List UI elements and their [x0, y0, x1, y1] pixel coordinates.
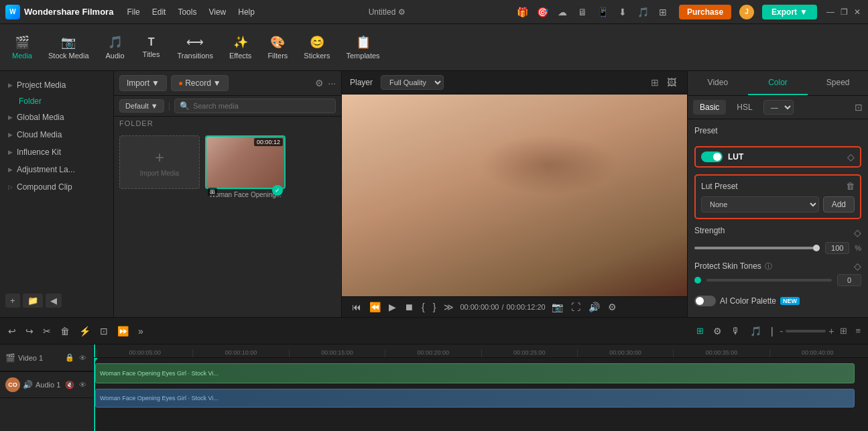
skip-back-button[interactable]: ⏮ — [350, 300, 363, 314]
snapshot-button[interactable]: 📷 — [550, 300, 565, 314]
zoom-out-icon[interactable]: - — [780, 326, 784, 336]
tl-more-button[interactable]: » — [135, 324, 146, 338]
trash-icon[interactable]: 🗑 — [846, 181, 855, 191]
volume-button[interactable]: 🔊 — [586, 300, 602, 314]
target-icon[interactable]: 🎯 — [534, 4, 550, 20]
menu-edit[interactable]: Edit — [147, 5, 172, 19]
audio-clip[interactable]: Woman Face Opening Eyes Girl · Stock Vi.… — [95, 389, 855, 408]
audio-track-mute[interactable]: 🔇 — [64, 380, 76, 390]
panel-project-media[interactable]: ▶ Project Media — [0, 76, 113, 94]
tool-templates[interactable]: 📋 Templates — [339, 31, 386, 64]
tl-speed-button[interactable]: ⏩ — [115, 324, 131, 338]
search-input[interactable] — [193, 102, 330, 110]
import-button[interactable]: Import ▼ — [119, 75, 167, 91]
tool-titles[interactable]: T Titles — [135, 32, 168, 62]
zoom-in-icon[interactable]: + — [828, 326, 834, 336]
phone-icon[interactable]: 📱 — [595, 4, 611, 20]
panel-compound-clip[interactable]: ▷ Compound Clip — [0, 178, 113, 196]
import-media-placeholder[interactable]: + Import Media — [119, 135, 200, 189]
tl-redo-button[interactable]: ↪ — [23, 324, 36, 338]
tl-cut-button[interactable]: ✂ — [40, 324, 54, 338]
filter-icon[interactable]: ⚙ — [315, 78, 324, 88]
menu-file[interactable]: File — [121, 5, 145, 19]
tl-mic-button[interactable]: 🎙 — [729, 324, 743, 338]
monitor-icon[interactable]: 🖥 — [574, 4, 591, 20]
tl-audio-button[interactable]: 🎵 — [747, 324, 764, 338]
menu-tools[interactable]: Tools — [172, 5, 202, 19]
video-clip-thumb[interactable]: 00:00:12 ⊞ ✓ Woman Face Opening... — [205, 135, 286, 198]
zoom-slider[interactable] — [786, 330, 826, 332]
video-track-lock[interactable]: 🔒 — [64, 353, 76, 363]
more-icon[interactable]: ··· — [328, 78, 336, 88]
tl-delete-button[interactable]: 🗑 — [58, 324, 72, 338]
subtab-hsl[interactable]: HSL — [730, 100, 759, 115]
subtab-basic[interactable]: Basic — [693, 100, 726, 115]
lut-none-select[interactable]: None — [701, 196, 819, 212]
tl-marker-button[interactable]: | — [768, 324, 776, 338]
tool-media[interactable]: 🎬 Media — [5, 31, 39, 64]
menu-view[interactable]: View — [203, 5, 231, 19]
diamond-icon[interactable]: ◇ — [847, 151, 855, 162]
compare-icon[interactable]: ⊡ — [855, 102, 863, 113]
tl-grid-button[interactable]: ⊞ — [838, 324, 849, 338]
lut-add-button[interactable]: Add — [823, 196, 855, 212]
tl-snap-button[interactable]: ⊞ — [694, 324, 706, 338]
protect-info-icon[interactable]: ⓘ — [765, 261, 772, 271]
protect-value[interactable]: 0 — [837, 274, 861, 286]
settings-button[interactable]: ⚙ — [606, 300, 619, 314]
export-button[interactable]: Export ▼ — [762, 5, 817, 19]
video-track-area[interactable]: Woman Face Opening Eyes Girl · Stock Vi.… — [94, 358, 868, 431]
lut-toggle[interactable] — [701, 151, 723, 162]
grid-icon[interactable]: ⊞ — [655, 4, 671, 20]
gift-icon[interactable]: 🎁 — [514, 4, 530, 20]
step-back-button[interactable]: ⏪ — [367, 300, 383, 314]
panel-adjustment-layer[interactable]: ▶ Adjustment La... — [0, 161, 113, 178]
tl-undo-button[interactable]: ↩ — [5, 324, 19, 338]
music-icon[interactable]: 🎵 — [635, 4, 651, 20]
tab-speed[interactable]: Speed — [808, 71, 868, 95]
panel-folder-button[interactable]: 📁 — [23, 294, 43, 308]
close-button[interactable]: ✕ — [852, 7, 863, 17]
purchase-button[interactable]: Purchase — [679, 5, 731, 19]
protect-slider[interactable] — [706, 279, 832, 282]
maximize-button[interactable]: ❐ — [839, 7, 849, 17]
panel-cloud-media[interactable]: ▶ Cloud Media — [0, 126, 113, 143]
tool-effects[interactable]: ✨ Effects — [223, 31, 258, 64]
panel-folder[interactable]: Folder — [0, 94, 113, 109]
hsl-channel-select[interactable]: — — [763, 100, 794, 115]
tl-settings-button[interactable]: ⚙ — [710, 324, 725, 338]
tl-crop-button[interactable]: ⊡ — [97, 324, 111, 338]
tab-color[interactable]: Color — [748, 71, 808, 95]
video-track-eye[interactable]: 👁 — [78, 353, 88, 363]
stop-button[interactable]: ⏹ — [402, 300, 416, 314]
tool-audio[interactable]: 🎵 Audio — [99, 31, 132, 64]
ai-color-toggle[interactable] — [694, 296, 716, 306]
mark-out-button[interactable]: } — [431, 300, 438, 314]
quality-select[interactable]: Full Quality — [381, 75, 444, 90]
panel-arrow-button[interactable]: ◀ — [46, 294, 62, 308]
user-avatar[interactable]: J — [739, 5, 754, 19]
tl-split-button[interactable]: ⚡ — [76, 324, 93, 338]
default-button[interactable]: Default ▼ — [119, 99, 164, 113]
more-button[interactable]: ≫ — [442, 300, 456, 314]
tool-transitions[interactable]: ⟷ Transitions — [171, 31, 220, 64]
image-view-icon[interactable]: 🖼 — [664, 76, 679, 89]
tab-video[interactable]: Video — [688, 71, 748, 95]
play-button[interactable]: ▶ — [387, 300, 398, 314]
strength-slider[interactable] — [694, 247, 820, 249]
mark-in-button[interactable]: { — [420, 300, 427, 314]
audio-track-eye[interactable]: 👁 — [78, 380, 88, 390]
panel-influence-kit[interactable]: ▶ Influence Kit — [0, 143, 113, 161]
minimize-button[interactable]: — — [825, 7, 836, 17]
tl-layout-button[interactable]: ≡ — [853, 324, 863, 338]
protect-diamond-icon[interactable]: ◇ — [854, 261, 861, 271]
grid-view-icon[interactable]: ⊞ — [648, 76, 662, 89]
tool-filters[interactable]: 🎨 Filters — [261, 31, 294, 64]
video-clip[interactable]: Woman Face Opening Eyes Girl · Stock Vi.… — [95, 363, 855, 383]
strength-diamond-icon[interactable]: ◇ — [854, 227, 861, 238]
panel-global-media[interactable]: ▶ Global Media — [0, 109, 113, 126]
panel-add-button[interactable]: + — [5, 294, 20, 308]
record-button[interactable]: ● Record ▼ — [171, 75, 229, 91]
strength-value[interactable]: 100 — [825, 242, 849, 254]
fullscreen-button[interactable]: ⛶ — [569, 300, 582, 314]
